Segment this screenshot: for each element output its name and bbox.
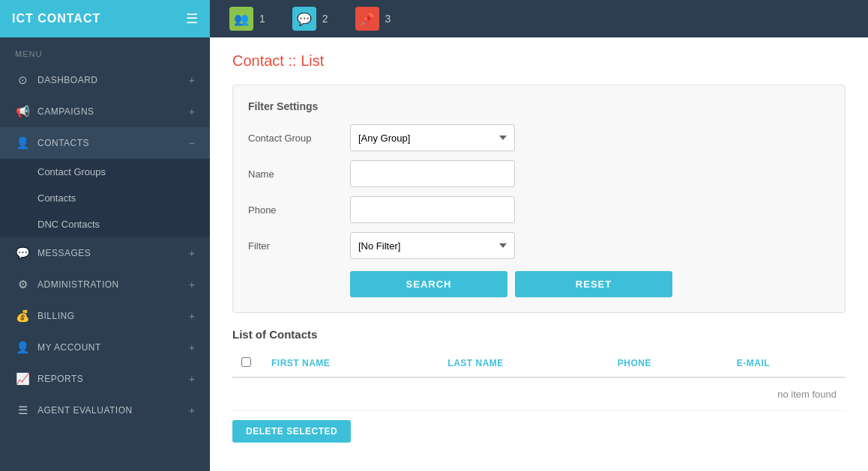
table-header-last-name: LAST NAME (438, 350, 608, 377)
sidebar-item-contacts[interactable]: 👤 CONTACTS − (0, 127, 210, 159)
sidebar-item-messages[interactable]: 💬 MESSAGES + (0, 237, 210, 269)
contact-group-select[interactable]: [Any Group] (350, 124, 515, 151)
filter-label: Filter (248, 240, 338, 252)
sidebar-item-agent-evaluation-label: AGENT EVALUATION (37, 405, 181, 416)
sidebar-item-contacts-label: CONTACTS (37, 138, 181, 148)
search-button[interactable]: SEARCH (350, 271, 507, 297)
contacts-submenu: Contact Groups Contacts DNC Contacts (0, 159, 210, 237)
sidebar-subitem-dnc-contacts[interactable]: DNC Contacts (0, 211, 210, 237)
campaigns-badge: + (189, 106, 195, 118)
phone-label: Phone (248, 204, 338, 216)
reports-badge: + (189, 373, 195, 385)
filter-row: Filter [No Filter] (248, 232, 830, 259)
select-all-checkbox[interactable] (241, 357, 251, 367)
tab-2-icon: 💬 (292, 7, 316, 31)
messages-badge: + (189, 247, 195, 259)
hamburger-icon[interactable]: ☰ (186, 10, 198, 27)
contacts-table: FIRST NAME LAST NAME PHONE E-MAIL no ite… (232, 350, 846, 411)
list-title: List of Contacts (232, 328, 846, 341)
sidebar-item-agent-evaluation[interactable]: ☰ AGENT EVALUATION + (0, 395, 210, 426)
sidebar-item-my-account-label: MY ACCOUNT (37, 342, 181, 353)
table-header-phone: PHONE (609, 350, 728, 377)
sidebar-item-campaigns-label: CAMPAIGNS (37, 106, 181, 117)
menu-label: MENU (0, 37, 210, 64)
sidebar-item-administration-label: ADMINISTRATION (37, 279, 181, 290)
page-title: Contact :: List (232, 52, 846, 70)
contact-group-row: Contact Group [Any Group] (248, 124, 830, 151)
name-label: Name (248, 168, 338, 180)
sidebar-item-billing[interactable]: 💰 BILLING + (0, 300, 210, 332)
sidebar-item-my-account[interactable]: 👤 MY ACCOUNT + (0, 332, 210, 363)
my-account-badge: + (189, 341, 195, 353)
reports-icon: 📈 (15, 372, 30, 386)
contacts-list-section: List of Contacts FIRST NAME LAST NAME PH… (232, 328, 846, 443)
tab-1[interactable]: 👥 1 (217, 1, 277, 37)
my-account-icon: 👤 (15, 341, 30, 354)
campaigns-icon: 📢 (15, 105, 30, 118)
filter-select[interactable]: [No Filter] (350, 232, 515, 259)
brand-name: ICT CONTACT (12, 12, 100, 25)
sidebar-item-messages-label: MESSAGES (37, 248, 181, 258)
agent-evaluation-icon: ☰ (15, 404, 30, 417)
contact-group-label: Contact Group (248, 133, 338, 144)
sidebar-item-dashboard[interactable]: ⊙ DASHBOARD + (0, 64, 210, 96)
tab-3-count: 3 (385, 13, 391, 25)
sidebar-item-reports[interactable]: 📈 REPORTS + (0, 363, 210, 395)
reset-button[interactable]: RESET (515, 271, 672, 297)
billing-icon: 💰 (15, 309, 30, 323)
table-header-checkbox (232, 350, 262, 377)
contacts-badge: − (189, 137, 195, 149)
filter-buttons: SEARCH RESET (248, 271, 830, 297)
filter-card: Filter Settings Contact Group [Any Group… (232, 85, 846, 313)
sidebar-item-dashboard-label: DASHBOARD (37, 75, 181, 85)
delete-selected-button[interactable]: DELETE SELECTED (232, 420, 351, 443)
name-input[interactable] (350, 160, 515, 187)
tab-1-icon: 👥 (229, 7, 253, 31)
sidebar-item-billing-label: BILLING (37, 311, 181, 321)
phone-input[interactable] (350, 196, 515, 223)
table-header-email: E-MAIL (728, 350, 846, 377)
filter-title: Filter Settings (248, 100, 830, 112)
tab-3[interactable]: 📌 3 (343, 1, 403, 37)
topbar: ICT CONTACT ☰ 👥 1 💬 2 📌 3 (0, 0, 868, 37)
billing-badge: + (189, 310, 195, 322)
table-header-row: FIRST NAME LAST NAME PHONE E-MAIL (232, 350, 846, 377)
topbar-tabs: 👥 1 💬 2 📌 3 (210, 1, 410, 37)
tab-2[interactable]: 💬 2 (280, 1, 340, 37)
tab-2-count: 2 (322, 13, 328, 25)
no-items-row: no item found (232, 377, 846, 411)
tab-3-icon: 📌 (355, 7, 379, 31)
sidebar-subitem-contact-groups[interactable]: Contact Groups (0, 159, 210, 185)
administration-badge: + (189, 279, 195, 291)
sidebar: MENU ⊙ DASHBOARD + 📢 CAMPAIGNS + 👤 CONTA… (0, 37, 210, 471)
messages-icon: 💬 (15, 246, 30, 260)
contacts-icon: 👤 (15, 136, 30, 150)
brand-area: ICT CONTACT ☰ (0, 0, 210, 37)
agent-evaluation-badge: + (189, 404, 195, 416)
content-inner: Contact :: List Filter Settings Contact … (210, 37, 868, 471)
sidebar-subitem-contacts[interactable]: Contacts (0, 185, 210, 211)
tab-1-count: 1 (259, 13, 265, 25)
phone-row: Phone (248, 196, 830, 223)
content-area: Contact :: List Filter Settings Contact … (210, 37, 868, 471)
main-layout: MENU ⊙ DASHBOARD + 📢 CAMPAIGNS + 👤 CONTA… (0, 37, 868, 471)
dashboard-icon: ⊙ (15, 73, 30, 87)
dashboard-badge: + (189, 74, 195, 86)
administration-icon: ⚙ (15, 278, 30, 291)
name-row: Name (248, 160, 830, 187)
sidebar-item-administration[interactable]: ⚙ ADMINISTRATION + (0, 269, 210, 300)
table-header-first-name: FIRST NAME (262, 350, 438, 377)
no-items-message: no item found (232, 377, 846, 411)
sidebar-item-reports-label: REPORTS (37, 374, 181, 384)
sidebar-item-campaigns[interactable]: 📢 CAMPAIGNS + (0, 96, 210, 127)
